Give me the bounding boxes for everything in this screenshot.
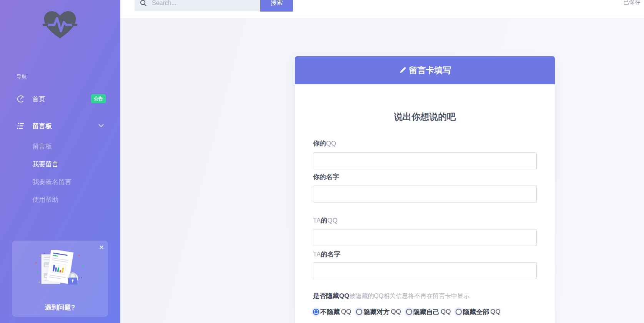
radio-icon[interactable] bbox=[456, 309, 462, 315]
search-icon bbox=[140, 0, 147, 7]
sidebar-subitem-leave-message[interactable]: 我要留言 bbox=[32, 160, 109, 169]
speedometer-icon bbox=[17, 95, 25, 103]
sidebar-item-home[interactable]: 首页 公告 bbox=[0, 94, 120, 105]
hide-qq-note: 被隐藏的QQ相关信息将不再在留言卡中显示 bbox=[349, 293, 469, 299]
field-group-ta-qq: TA的QQ bbox=[313, 216, 537, 246]
radio-option-no-hide[interactable]: 不隐藏QQ bbox=[313, 308, 351, 316]
radio-icon[interactable] bbox=[313, 309, 319, 315]
sidebar-subitem-board[interactable]: 留言板 bbox=[32, 142, 109, 151]
sidebar-subitem-anonymous-message[interactable]: 我要匿名留言 bbox=[32, 178, 109, 186]
promo-title: 遇到问题? bbox=[12, 303, 108, 312]
page-root: 导航 首页 公告 留言板 留言板 我要留言 我要匿名留言 使用帮助 × bbox=[0, 0, 644, 323]
your-qq-input[interactable] bbox=[313, 152, 537, 169]
radio-icon[interactable] bbox=[406, 309, 412, 315]
radio-icon[interactable] bbox=[356, 309, 362, 315]
ta-name-input[interactable] bbox=[313, 262, 537, 279]
field-group-your-name: 你的名字 bbox=[313, 173, 537, 203]
announcement-badge: 公告 bbox=[91, 94, 106, 103]
help-promo-card: × bbox=[12, 241, 108, 317]
radio-option-hide-all[interactable]: 隐藏全部QQ bbox=[456, 308, 500, 316]
hide-qq-label-row: 是否隐藏QQ被隐藏的QQ相关信息将不再在留言卡中显示 bbox=[313, 292, 537, 300]
nav-section-label: 导航 bbox=[17, 73, 27, 80]
sidebar: 导航 首页 公告 留言板 留言板 我要留言 我要匿名留言 使用帮助 × bbox=[0, 0, 120, 323]
pencil-icon bbox=[399, 66, 407, 74]
main-content: 留言卡填写 说出你想说的吧 你的QQ 你的名字 TA的QQ TA的名字 bbox=[120, 18, 644, 323]
search-box bbox=[135, 0, 260, 11]
chevron-down-icon bbox=[98, 124, 104, 127]
card-title: 留言卡填写 bbox=[409, 65, 451, 76]
close-icon[interactable]: × bbox=[99, 243, 104, 251]
app-logo[interactable] bbox=[43, 10, 77, 41]
radio-option-hide-self[interactable]: 隐藏自己QQ bbox=[406, 308, 451, 316]
message-card-form: 留言卡填写 说出你想说的吧 你的QQ 你的名字 TA的QQ TA的名字 bbox=[295, 56, 555, 323]
heartbeat-icon bbox=[43, 10, 77, 41]
field-label-your-qq: 你的QQ bbox=[313, 139, 537, 148]
sidebar-item-board-label: 留言板 bbox=[32, 122, 52, 131]
sidebar-item-home-label: 首页 bbox=[32, 95, 45, 104]
card-body: 说出你想说的吧 你的QQ 你的名字 TA的QQ TA的名字 是 bbox=[295, 84, 555, 316]
your-name-input[interactable] bbox=[313, 186, 537, 203]
form-heading: 说出你想说的吧 bbox=[313, 111, 537, 122]
ta-qq-input[interactable] bbox=[313, 229, 537, 246]
field-label-ta-qq: TA的QQ bbox=[313, 216, 537, 225]
radio-option-hide-other[interactable]: 隐藏对方QQ bbox=[356, 308, 401, 316]
sidebar-subitem-help[interactable]: 使用帮助 bbox=[32, 196, 109, 204]
card-header: 留言卡填写 bbox=[295, 56, 555, 84]
topbar: 搜索 已保存 bbox=[120, 0, 644, 18]
sidebar-item-board[interactable]: 留言板 bbox=[0, 121, 120, 132]
field-label-your-name: 你的名字 bbox=[313, 173, 537, 181]
hide-qq-radio-group: 不隐藏QQ 隐藏对方QQ 隐藏自己QQ 隐藏全部QQ bbox=[313, 307, 537, 316]
field-label-ta-name: TA的名字 bbox=[313, 250, 537, 259]
search-input[interactable] bbox=[147, 0, 260, 11]
field-group-ta-name: TA的名字 bbox=[313, 250, 537, 279]
field-group-your-qq: 你的QQ bbox=[313, 139, 537, 169]
search-button[interactable]: 搜索 bbox=[260, 0, 293, 12]
documents-lock-illustration bbox=[34, 250, 86, 292]
list-icon bbox=[17, 122, 25, 130]
save-status-text: 已保存 bbox=[623, 0, 641, 6]
